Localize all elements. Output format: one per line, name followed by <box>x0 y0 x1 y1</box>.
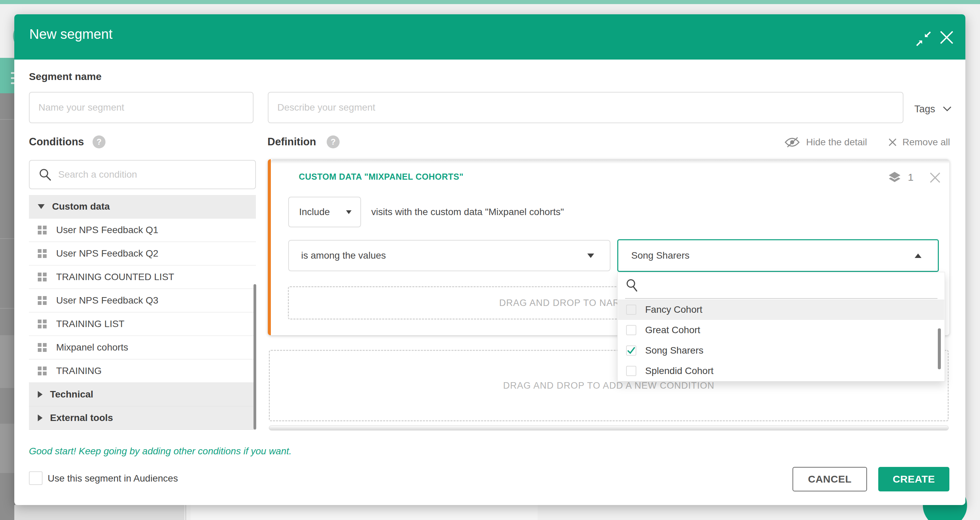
condition-group-external-tools[interactable]: External tools <box>29 406 256 430</box>
audiences-checkbox-label: Use this segment in Audiences <box>48 473 178 484</box>
checkbox[interactable] <box>626 366 636 376</box>
screen: New segment Segment name Tags Conditions <box>0 0 980 520</box>
checkbox[interactable] <box>626 305 636 315</box>
remove-all-label: Remove all <box>902 137 950 148</box>
value-select[interactable]: Song Sharers <box>617 239 939 272</box>
drag-handle-icon[interactable] <box>38 226 48 234</box>
condition-item[interactable]: User NPS Feedback Q1 <box>29 218 256 242</box>
check-icon <box>627 346 636 355</box>
card-close-icon[interactable] <box>929 172 941 184</box>
definition-title: Definition <box>267 136 316 148</box>
condition-item[interactable]: User NPS Feedback Q2 <box>29 242 256 266</box>
values-dropdown-panel: Fancy Cohort Great Cohort Song Sharers <box>617 272 945 382</box>
close-icon[interactable] <box>939 30 954 45</box>
search-icon <box>38 168 52 181</box>
caret-down-icon <box>346 210 352 214</box>
value-selected: Song Sharers <box>631 250 689 261</box>
hide-detail-button[interactable]: Hide the detail <box>784 135 867 149</box>
sidebar-section <box>0 424 15 473</box>
create-button[interactable]: CREATE <box>878 467 950 491</box>
segment-name-input[interactable] <box>29 92 253 123</box>
definition-horizontal-scrollbar[interactable] <box>269 425 949 431</box>
condition-card-title: CUSTOM DATA "MIXPANEL COHORTS" <box>299 172 463 182</box>
drag-handle-icon[interactable] <box>38 367 48 375</box>
checkbox[interactable] <box>626 325 636 335</box>
caret-down-icon <box>587 254 594 258</box>
condition-card: CUSTOM DATA "MIXPANEL COHORTS" 1 Include… <box>268 159 950 335</box>
include-value: Include <box>299 207 330 218</box>
conditions-title: Conditions <box>29 136 84 148</box>
new-segment-modal: New segment Segment name Tags Conditions <box>14 14 966 505</box>
value-option[interactable]: Great Cohort <box>618 320 944 340</box>
layer-count: 1 <box>908 172 914 183</box>
definition-help-icon[interactable] <box>327 135 340 148</box>
page-bottom-panel <box>191 505 538 520</box>
drag-handle-icon[interactable] <box>38 343 48 352</box>
condition-group-technical[interactable]: Technical <box>29 383 256 406</box>
condition-item[interactable]: Mixpanel cohorts <box>29 336 256 359</box>
condition-item[interactable]: User NPS Feedback Q3 <box>29 289 256 312</box>
condition-item[interactable]: TRAINING <box>29 359 256 383</box>
hide-detail-label: Hide the detail <box>806 137 867 148</box>
caret-up-icon <box>915 254 921 258</box>
cancel-button[interactable]: CANCEL <box>792 467 867 491</box>
audiences-checkbox[interactable] <box>29 471 43 485</box>
dropdown-scrollbar[interactable] <box>938 328 941 369</box>
triangle-right-icon <box>38 391 43 398</box>
triangle-down-icon <box>38 204 45 209</box>
drag-handle-icon[interactable] <box>38 273 48 281</box>
conditions-list: Custom data User NPS Feedback Q1 User NP… <box>29 195 256 430</box>
layers-icon[interactable] <box>888 171 902 185</box>
sidebar-menu-button <box>0 58 15 93</box>
triangle-right-icon <box>38 415 43 421</box>
sidebar-section <box>0 335 15 388</box>
condition-group-custom-data[interactable]: Custom data <box>29 195 256 218</box>
segment-description-input[interactable] <box>268 92 904 123</box>
checkbox[interactable] <box>626 345 636 356</box>
search-icon <box>626 278 638 292</box>
operator-select[interactable]: is among the values <box>288 240 611 271</box>
page-topbar <box>0 0 980 4</box>
condition-search-input[interactable] <box>57 162 255 187</box>
chevron-down-icon <box>943 106 952 111</box>
condition-sentence: visits with the custom data "Mixpanel co… <box>371 197 564 227</box>
drag-handle-icon[interactable] <box>38 320 48 328</box>
tags-dropdown[interactable]: Tags <box>914 102 959 116</box>
drag-handle-icon[interactable] <box>38 296 48 305</box>
segment-name-label: Segment name <box>29 71 102 83</box>
include-select[interactable]: Include <box>288 197 361 227</box>
tags-label: Tags <box>914 103 935 114</box>
add-dropzone-text: DRAG AND DROP TO ADD A NEW CONDITION <box>503 380 714 391</box>
hint-text: Good start! Keep going by adding other c… <box>29 446 292 457</box>
condition-search <box>29 160 256 189</box>
conditions-help-icon[interactable] <box>92 135 105 148</box>
value-option[interactable]: Fancy Cohort <box>618 299 944 320</box>
modal-title: New segment <box>29 27 113 42</box>
eye-off-icon <box>784 137 800 148</box>
modal-header: New segment <box>14 14 966 60</box>
collapse-icon[interactable] <box>916 31 931 46</box>
value-option[interactable]: Splendid Cohort <box>618 361 944 381</box>
remove-all-x-icon <box>888 138 897 147</box>
conditions-scrollbar[interactable] <box>253 284 256 429</box>
values-search-input[interactable] <box>641 278 929 296</box>
condition-item[interactable]: TRAINING COUNTED LIST <box>29 266 256 289</box>
page-bottom-panel <box>14 505 185 520</box>
condition-item[interactable]: TRAINING LIST <box>29 312 256 336</box>
value-option[interactable]: Song Sharers <box>618 340 944 361</box>
remove-all-button[interactable]: Remove all <box>888 135 950 149</box>
drag-handle-icon[interactable] <box>38 249 48 258</box>
operator-value: is among the values <box>301 250 386 261</box>
